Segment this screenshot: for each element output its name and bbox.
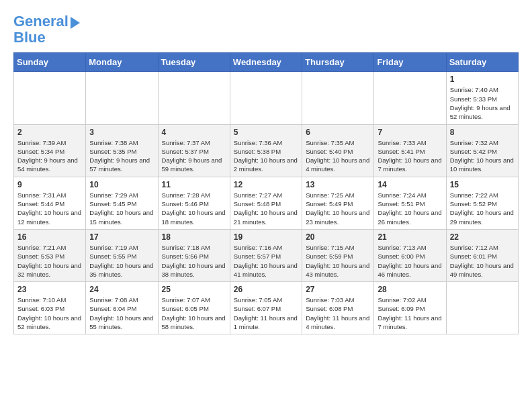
calendar-cell: 3Sunrise: 7:38 AM Sunset: 5:35 PM Daylig…	[86, 124, 158, 177]
day-number: 4	[162, 128, 226, 137]
day-number: 21	[378, 232, 442, 242]
day-info: Sunrise: 7:05 AM Sunset: 6:07 PM Dayligh…	[234, 295, 298, 331]
calendar-cell: 14Sunrise: 7:24 AM Sunset: 5:51 PM Dayli…	[374, 177, 446, 229]
day-info: Sunrise: 7:31 AM Sunset: 5:44 PM Dayligh…	[17, 191, 82, 226]
day-number: 25	[162, 285, 226, 294]
day-number: 26	[234, 285, 298, 294]
day-number: 9	[17, 180, 82, 189]
day-info: Sunrise: 7:40 AM Sunset: 5:33 PM Dayligh…	[450, 85, 515, 121]
day-info: Sunrise: 7:32 AM Sunset: 5:42 PM Dayligh…	[450, 138, 515, 174]
day-number: 5	[234, 128, 298, 137]
day-info: Sunrise: 7:16 AM Sunset: 5:57 PM Dayligh…	[234, 243, 298, 279]
calendar-cell: 4Sunrise: 7:37 AM Sunset: 5:37 PM Daylig…	[158, 124, 230, 177]
calendar-cell: 25Sunrise: 7:07 AM Sunset: 6:05 PM Dayli…	[158, 282, 230, 334]
day-number: 24	[89, 285, 154, 294]
day-number: 18	[162, 232, 226, 242]
day-number: 14	[378, 180, 442, 189]
day-number: 10	[89, 180, 154, 189]
calendar-cell: 24Sunrise: 7:08 AM Sunset: 6:04 PM Dayli…	[86, 282, 158, 334]
day-info: Sunrise: 7:38 AM Sunset: 5:35 PM Dayligh…	[89, 138, 154, 174]
weekday-header-friday: Friday	[374, 53, 446, 72]
calendar-cell	[86, 72, 158, 124]
calendar-cell	[14, 72, 86, 124]
day-info: Sunrise: 7:07 AM Sunset: 6:05 PM Dayligh…	[162, 295, 226, 331]
weekday-header-row: SundayMondayTuesdayWednesdayThursdayFrid…	[14, 53, 519, 72]
calendar-cell: 16Sunrise: 7:21 AM Sunset: 5:53 PM Dayli…	[14, 229, 86, 281]
calendar-cell: 18Sunrise: 7:18 AM Sunset: 5:56 PM Dayli…	[158, 229, 230, 281]
calendar: SundayMondayTuesdayWednesdayThursdayFrid…	[13, 52, 519, 334]
calendar-week-row: 23Sunrise: 7:10 AM Sunset: 6:03 PM Dayli…	[14, 282, 519, 334]
day-info: Sunrise: 7:15 AM Sunset: 5:59 PM Dayligh…	[306, 243, 370, 279]
calendar-cell: 12Sunrise: 7:27 AM Sunset: 5:48 PM Dayli…	[230, 177, 302, 229]
day-number: 27	[306, 285, 370, 294]
calendar-cell: 26Sunrise: 7:05 AM Sunset: 6:07 PM Dayli…	[230, 282, 302, 334]
day-number: 6	[306, 128, 370, 137]
calendar-cell: 28Sunrise: 7:02 AM Sunset: 6:09 PM Dayli…	[374, 282, 446, 334]
day-number: 28	[378, 285, 442, 294]
calendar-cell: 5Sunrise: 7:36 AM Sunset: 5:38 PM Daylig…	[230, 124, 302, 177]
day-number: 15	[450, 180, 515, 189]
day-number: 11	[162, 180, 226, 189]
day-info: Sunrise: 7:35 AM Sunset: 5:40 PM Dayligh…	[306, 138, 370, 174]
weekday-header-wednesday: Wednesday	[230, 53, 302, 72]
day-number: 1	[450, 75, 515, 84]
day-info: Sunrise: 7:02 AM Sunset: 6:09 PM Dayligh…	[378, 295, 442, 331]
calendar-cell: 10Sunrise: 7:29 AM Sunset: 5:45 PM Dayli…	[86, 177, 158, 229]
day-number: 7	[378, 128, 442, 137]
day-info: Sunrise: 7:21 AM Sunset: 5:53 PM Dayligh…	[17, 243, 82, 279]
day-info: Sunrise: 7:28 AM Sunset: 5:46 PM Dayligh…	[162, 191, 226, 226]
day-info: Sunrise: 7:29 AM Sunset: 5:45 PM Dayligh…	[89, 191, 154, 226]
header: General Blue	[13, 13, 519, 46]
day-number: 13	[306, 180, 370, 189]
day-number: 16	[17, 232, 82, 242]
weekday-header-thursday: Thursday	[302, 53, 374, 72]
logo-text-line2: Blue	[13, 30, 46, 46]
calendar-cell: 17Sunrise: 7:19 AM Sunset: 5:55 PM Dayli…	[86, 229, 158, 281]
day-number: 2	[17, 128, 82, 137]
day-info: Sunrise: 7:10 AM Sunset: 6:03 PM Dayligh…	[17, 295, 82, 331]
day-number: 8	[450, 128, 515, 137]
logo: General Blue	[13, 13, 80, 46]
calendar-cell	[374, 72, 446, 124]
weekday-header-sunday: Sunday	[14, 53, 86, 72]
day-info: Sunrise: 7:37 AM Sunset: 5:37 PM Dayligh…	[162, 138, 226, 174]
calendar-cell	[446, 282, 518, 334]
weekday-header-saturday: Saturday	[446, 53, 518, 72]
day-info: Sunrise: 7:27 AM Sunset: 5:48 PM Dayligh…	[234, 191, 298, 226]
day-number: 17	[89, 232, 154, 242]
calendar-cell: 7Sunrise: 7:33 AM Sunset: 5:41 PM Daylig…	[374, 124, 446, 177]
day-info: Sunrise: 7:19 AM Sunset: 5:55 PM Dayligh…	[89, 243, 154, 279]
day-info: Sunrise: 7:25 AM Sunset: 5:49 PM Dayligh…	[306, 191, 370, 226]
logo-arrow-icon	[71, 17, 80, 29]
calendar-week-row: 16Sunrise: 7:21 AM Sunset: 5:53 PM Dayli…	[14, 229, 519, 281]
calendar-cell: 15Sunrise: 7:22 AM Sunset: 5:52 PM Dayli…	[446, 177, 518, 229]
calendar-cell: 19Sunrise: 7:16 AM Sunset: 5:57 PM Dayli…	[230, 229, 302, 281]
calendar-week-row: 2Sunrise: 7:39 AM Sunset: 5:34 PM Daylig…	[14, 124, 519, 177]
calendar-cell: 21Sunrise: 7:13 AM Sunset: 6:00 PM Dayli…	[374, 229, 446, 281]
day-number: 20	[306, 232, 370, 242]
day-number: 23	[17, 285, 82, 294]
calendar-cell: 6Sunrise: 7:35 AM Sunset: 5:40 PM Daylig…	[302, 124, 374, 177]
calendar-cell: 27Sunrise: 7:03 AM Sunset: 6:08 PM Dayli…	[302, 282, 374, 334]
day-info: Sunrise: 7:24 AM Sunset: 5:51 PM Dayligh…	[378, 191, 442, 226]
calendar-cell: 9Sunrise: 7:31 AM Sunset: 5:44 PM Daylig…	[14, 177, 86, 229]
calendar-cell: 8Sunrise: 7:32 AM Sunset: 5:42 PM Daylig…	[446, 124, 518, 177]
day-info: Sunrise: 7:33 AM Sunset: 5:41 PM Dayligh…	[378, 138, 442, 174]
day-info: Sunrise: 7:39 AM Sunset: 5:34 PM Dayligh…	[17, 138, 82, 174]
calendar-week-row: 1Sunrise: 7:40 AM Sunset: 5:33 PM Daylig…	[14, 72, 519, 124]
day-number: 12	[234, 180, 298, 189]
day-info: Sunrise: 7:12 AM Sunset: 6:01 PM Dayligh…	[450, 243, 515, 279]
calendar-cell: 1Sunrise: 7:40 AM Sunset: 5:33 PM Daylig…	[446, 72, 518, 124]
day-info: Sunrise: 7:13 AM Sunset: 6:00 PM Dayligh…	[378, 243, 442, 279]
calendar-cell: 13Sunrise: 7:25 AM Sunset: 5:49 PM Dayli…	[302, 177, 374, 229]
calendar-week-row: 9Sunrise: 7:31 AM Sunset: 5:44 PM Daylig…	[14, 177, 519, 229]
calendar-cell	[230, 72, 302, 124]
day-info: Sunrise: 7:22 AM Sunset: 5:52 PM Dayligh…	[450, 191, 515, 226]
day-info: Sunrise: 7:08 AM Sunset: 6:04 PM Dayligh…	[89, 295, 154, 331]
day-info: Sunrise: 7:36 AM Sunset: 5:38 PM Dayligh…	[234, 138, 298, 174]
weekday-header-tuesday: Tuesday	[158, 53, 230, 72]
calendar-cell: 20Sunrise: 7:15 AM Sunset: 5:59 PM Dayli…	[302, 229, 374, 281]
calendar-cell	[302, 72, 374, 124]
day-info: Sunrise: 7:18 AM Sunset: 5:56 PM Dayligh…	[162, 243, 226, 279]
calendar-cell: 2Sunrise: 7:39 AM Sunset: 5:34 PM Daylig…	[14, 124, 86, 177]
